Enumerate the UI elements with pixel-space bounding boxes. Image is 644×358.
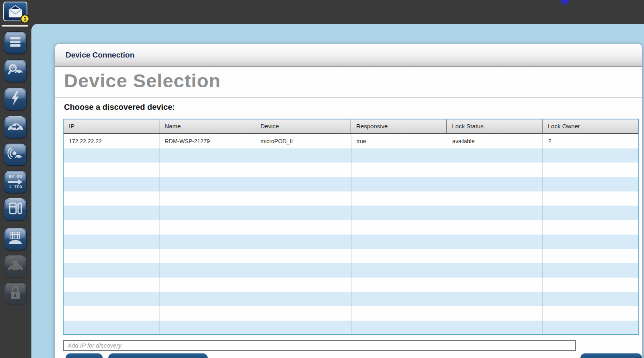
table-cell xyxy=(159,306,255,321)
table-cell xyxy=(255,191,351,206)
device-connection-window: Device Connection Device Selection Choos… xyxy=(55,44,642,358)
table-cell xyxy=(159,148,255,163)
table-row[interactable] xyxy=(64,163,638,177)
table-cell xyxy=(255,292,351,307)
sidebar-item-bus-monitor[interactable]: Rx d8 1 7E0 xyxy=(4,171,27,193)
table-row[interactable] xyxy=(64,206,638,220)
vehicle-dim-icon xyxy=(6,257,24,275)
table-cell xyxy=(351,321,447,334)
table-row[interactable]: 172.22.22.22RDM-WSP-21279microPOD_IItrue… xyxy=(64,134,638,148)
table-cell xyxy=(255,206,351,220)
table-cell xyxy=(543,306,638,321)
sidebar-item-wireless-vehicle[interactable] xyxy=(4,143,27,166)
table-cell xyxy=(351,177,447,191)
lock-icon xyxy=(7,284,23,303)
table-cell xyxy=(64,220,159,235)
recover-config-button[interactable] xyxy=(108,353,208,358)
table-cell xyxy=(64,292,159,307)
table-cell: available xyxy=(447,134,543,148)
table-cell xyxy=(64,206,159,220)
table-cell xyxy=(159,278,255,292)
page-title: Device Selection xyxy=(64,70,221,92)
add-ip-input[interactable] xyxy=(63,340,576,351)
column-header[interactable]: Name xyxy=(159,119,255,133)
table-cell xyxy=(447,249,543,263)
table-cell xyxy=(543,206,638,220)
table-cell xyxy=(159,163,255,177)
table-cell xyxy=(447,206,543,220)
table-row[interactable] xyxy=(64,292,638,307)
table-row[interactable] xyxy=(64,220,638,235)
table-cell xyxy=(447,278,543,292)
column-header[interactable]: Responsive xyxy=(351,119,447,133)
sidebar-item-menu[interactable] xyxy=(4,31,27,54)
choose-device-label: Choose a discovered device: xyxy=(64,103,175,112)
sidebar-item-split-view[interactable] xyxy=(4,198,27,220)
window-titlebar: Device Connection xyxy=(55,44,642,67)
table-row[interactable] xyxy=(64,278,638,292)
table-cell xyxy=(351,306,447,321)
column-header[interactable]: IP xyxy=(64,119,159,133)
table-cell xyxy=(447,163,543,177)
table-cell xyxy=(159,263,255,278)
device-table: IPNameDeviceResponsiveLock StatusLock Ow… xyxy=(63,119,639,335)
table-row[interactable] xyxy=(64,321,638,334)
table-cell: 172.22.22.22 xyxy=(64,134,159,148)
mail-notification-button[interactable]: 1 xyxy=(3,2,27,21)
table-cell xyxy=(64,306,159,321)
table-cell xyxy=(159,220,255,235)
column-header[interactable]: Lock Owner xyxy=(543,119,638,133)
table-row[interactable] xyxy=(64,263,638,278)
table-cell xyxy=(543,177,638,191)
table-row[interactable] xyxy=(64,249,638,263)
sidebar-item-flash[interactable] xyxy=(4,88,27,110)
notification-badge: 1 xyxy=(21,14,29,23)
table-cell xyxy=(159,206,255,220)
table-cell xyxy=(255,278,351,292)
table-cell xyxy=(64,263,159,278)
table-cell xyxy=(543,191,638,206)
mouse-cursor-icon xyxy=(559,0,573,6)
add-ip-button[interactable] xyxy=(66,353,103,358)
table-cell xyxy=(447,191,543,206)
sidebar-item-vehicle-arrow[interactable] xyxy=(4,116,27,138)
table-cell: microPOD_II xyxy=(255,134,351,148)
table-row[interactable] xyxy=(64,191,638,206)
table-row[interactable] xyxy=(64,235,638,249)
table-cell xyxy=(447,321,543,334)
sidebar-item-garage-vehicle[interactable] xyxy=(4,228,27,250)
table-cell xyxy=(159,177,255,191)
table-cell xyxy=(543,278,638,292)
table-row[interactable] xyxy=(64,148,638,163)
content-background: Device Connection Device Selection Choos… xyxy=(31,24,644,358)
table-cell xyxy=(447,292,543,307)
table-cell xyxy=(543,235,638,249)
table-cell xyxy=(255,249,351,263)
sidebar-divider xyxy=(2,25,28,27)
wireless-vehicle-icon xyxy=(6,145,24,164)
table-cell xyxy=(64,177,159,191)
table-cell xyxy=(159,321,255,334)
flash-icon xyxy=(7,90,23,108)
table-row[interactable] xyxy=(64,177,638,191)
table-cell xyxy=(255,220,351,235)
table-cell xyxy=(543,220,638,235)
split-view-icon xyxy=(7,200,23,218)
bus-monitor-icon: Rx d8 1 7E0 xyxy=(8,174,23,190)
table-header-row: IPNameDeviceResponsiveLock StatusLock Ow… xyxy=(64,119,638,134)
bottom-right-button[interactable] xyxy=(580,353,642,358)
table-cell xyxy=(255,235,351,249)
table-row[interactable] xyxy=(64,306,638,321)
window-title: Device Connection xyxy=(66,51,134,60)
column-header[interactable]: Lock Status xyxy=(447,119,543,133)
table-cell xyxy=(255,177,351,191)
table-cell xyxy=(351,206,447,220)
table-cell xyxy=(447,263,543,278)
table-cell xyxy=(64,163,159,177)
table-cell xyxy=(64,321,159,334)
vehicle-arrow-icon xyxy=(6,118,24,136)
table-cell xyxy=(543,148,638,163)
sidebar-item-vehicle-search[interactable] xyxy=(4,60,27,82)
table-cell xyxy=(64,249,159,263)
column-header[interactable]: Device xyxy=(255,119,351,133)
